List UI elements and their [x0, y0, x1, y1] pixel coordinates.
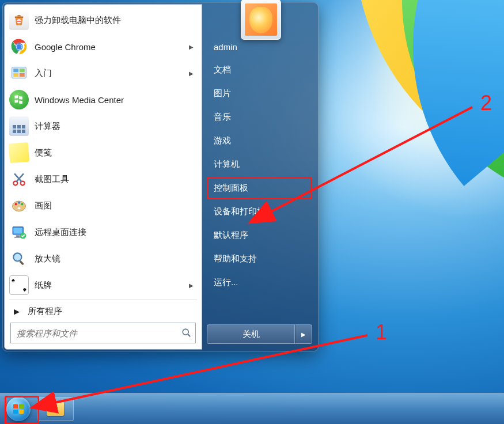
svg-rect-14: [19, 96, 22, 100]
program-label: 便笺: [35, 147, 195, 158]
svg-point-25: [21, 207, 24, 209]
svg-rect-29: [16, 235, 20, 237]
triangle-right-icon: ▶: [14, 307, 20, 316]
right-label: 运行...: [214, 277, 238, 287]
svg-line-35: [188, 334, 190, 336]
windows-logo-icon: [6, 397, 31, 421]
svg-point-7: [16, 44, 21, 49]
right-label: 帮助和支持: [214, 253, 257, 263]
solitaire-icon: [9, 275, 29, 295]
start-menu: 强力卸载电脑中的软件 Google Chrome ▶ 入门 ▶: [2, 2, 319, 351]
program-label: 强力卸载电脑中的软件: [35, 15, 195, 26]
program-item-wmc[interactable]: Windows Media Center: [6, 86, 200, 113]
start-menu-right-pane: admin 文档 图片 音乐 游戏 计算机 控制面板 设备和打印机 默认程序 帮…: [202, 4, 317, 350]
right-item-music[interactable]: 音乐: [207, 106, 312, 128]
svg-rect-28: [13, 228, 22, 234]
program-label: 放大镜: [35, 253, 195, 264]
taskbar-item-explorer[interactable]: [37, 397, 74, 421]
right-label: 图片: [214, 88, 231, 98]
svg-rect-10: [20, 69, 25, 72]
right-label: 默认程序: [214, 230, 248, 240]
start-button[interactable]: [3, 396, 33, 422]
svg-rect-33: [19, 260, 24, 266]
svg-point-26: [17, 207, 20, 210]
shutdown-options-button[interactable]: ▶: [295, 324, 312, 344]
svg-rect-0: [15, 17, 24, 18]
wmc-icon: [9, 90, 29, 109]
svg-rect-13: [15, 95, 18, 99]
sticky-notes-icon: [9, 142, 29, 163]
snipping-tool-icon: [9, 169, 29, 189]
svg-point-23: [18, 202, 20, 204]
search-input[interactable]: [11, 328, 178, 338]
svg-rect-11: [13, 73, 18, 77]
folder-icon: [47, 402, 64, 416]
user-picture-frame[interactable]: [241, 0, 281, 40]
right-item-help-support[interactable]: 帮助和支持: [207, 248, 312, 270]
program-label: 远程桌面连接: [35, 227, 195, 238]
right-label: 计算机: [214, 159, 240, 169]
divider: [9, 300, 197, 300]
submenu-arrow-icon: ▶: [189, 44, 195, 50]
right-item-default-programs[interactable]: 默认程序: [207, 224, 312, 247]
right-item-run[interactable]: 运行...: [207, 271, 312, 294]
search-icon[interactable]: [178, 328, 195, 338]
svg-rect-16: [19, 100, 22, 104]
paint-icon: [9, 196, 29, 215]
all-programs-button[interactable]: ▶ 所有程序: [6, 304, 200, 323]
program-item-chrome[interactable]: Google Chrome ▶: [6, 33, 200, 60]
program-label: 计算器: [35, 121, 195, 132]
program-item-solitaire[interactable]: 纸牌 ▶: [6, 272, 200, 298]
calculator-icon: [9, 116, 29, 136]
shutdown-label: 关机: [242, 329, 260, 340]
svg-rect-9: [13, 69, 18, 72]
start-menu-left-pane: 强力卸载电脑中的软件 Google Chrome ▶ 入门 ▶: [4, 4, 202, 350]
program-item-uninstall[interactable]: 强力卸载电脑中的软件: [6, 7, 200, 33]
shutdown-row: 关机 ▶: [207, 324, 312, 344]
getting-started-icon: [9, 63, 29, 83]
program-label: Windows Media Center: [35, 95, 195, 105]
svg-rect-12: [20, 73, 25, 77]
right-item-computer[interactable]: 计算机: [207, 153, 312, 176]
svg-point-22: [15, 203, 17, 205]
program-label: 截图工具: [35, 174, 195, 185]
right-item-control-panel[interactable]: 控制面板: [207, 177, 312, 199]
right-label: 控制面板: [214, 183, 248, 192]
program-item-getting-started[interactable]: 入门 ▶: [6, 60, 200, 86]
right-label: 音乐: [214, 112, 231, 122]
svg-rect-1: [17, 15, 21, 16]
shutdown-button[interactable]: 关机: [207, 324, 295, 344]
right-label: admin: [214, 42, 237, 52]
svg-point-32: [13, 253, 21, 261]
svg-point-34: [183, 329, 188, 335]
program-item-remote-desktop[interactable]: 远程桌面连接: [6, 219, 200, 245]
submenu-arrow-icon: ▶: [189, 70, 195, 77]
magnifier-icon: [9, 249, 29, 268]
svg-rect-15: [15, 100, 18, 103]
program-item-snipping-tool[interactable]: 截图工具: [6, 166, 200, 192]
program-label: 入门: [35, 68, 183, 79]
right-item-games[interactable]: 游戏: [207, 130, 312, 152]
right-label: 设备和打印机: [214, 206, 266, 216]
program-label: 纸牌: [35, 280, 183, 291]
right-label: 游戏: [214, 135, 231, 145]
program-item-paint[interactable]: 画图: [6, 192, 200, 219]
program-list: 强力卸载电脑中的软件 Google Chrome ▶ 入门 ▶: [6, 7, 200, 298]
program-item-calculator[interactable]: 计算器: [6, 113, 200, 139]
annotation-number-2: 2: [480, 91, 492, 115]
taskbar: [0, 393, 504, 424]
annotation-number-1: 1: [376, 320, 387, 344]
right-item-documents[interactable]: 文档: [207, 59, 312, 81]
user-picture: [245, 3, 277, 36]
triangle-right-icon: ▶: [301, 331, 306, 338]
chrome-icon: [9, 37, 29, 56]
program-item-magnifier[interactable]: 放大镜: [6, 245, 200, 272]
right-item-devices-printers[interactable]: 设备和打印机: [207, 200, 312, 223]
program-label: 画图: [35, 200, 195, 211]
submenu-arrow-icon: ▶: [189, 282, 195, 289]
uninstall-icon: [9, 10, 29, 30]
program-item-sticky-notes[interactable]: 便笺: [6, 139, 200, 166]
right-item-pictures[interactable]: 图片: [207, 82, 312, 105]
svg-rect-3: [17, 21, 21, 21]
search-box[interactable]: [10, 323, 196, 343]
